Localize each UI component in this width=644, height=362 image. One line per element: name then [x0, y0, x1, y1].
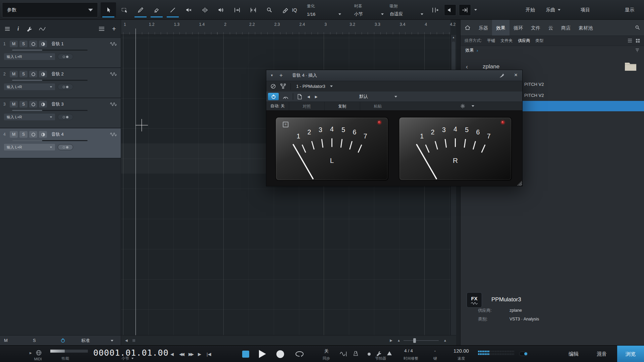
track-record-button[interactable] — [29, 131, 37, 138]
bend-tool[interactable] — [197, 2, 213, 17]
browser-tab-商店[interactable]: 商店 — [557, 20, 575, 36]
horizontal-scrollbar[interactable]: ◀ ▶ ▲ ▲ — [121, 335, 456, 345]
paint-tool[interactable] — [133, 2, 148, 17]
global-solo-button[interactable]: S — [33, 336, 36, 346]
track-mute-button[interactable]: M — [10, 101, 18, 108]
resize-handle[interactable] — [517, 181, 522, 186]
tempo-value[interactable]: 120.00 — [449, 348, 473, 354]
track-record-button[interactable] — [29, 41, 37, 47]
scroll-right-icon[interactable]: ▶ — [390, 336, 392, 346]
track-volume-slider[interactable] — [12, 110, 88, 111]
audition-icon[interactable] — [444, 4, 456, 16]
track-solo-button[interactable]: S — [19, 71, 28, 77]
track-solo-button[interactable]: S — [19, 101, 28, 108]
chevron-down-icon[interactable] — [472, 105, 474, 107]
metronome-record-icon[interactable] — [368, 353, 371, 356]
plugin-window[interactable]: ▼ + 音轨 4 · 插入 × 1 - PPMulator3 ◀ ▶ 默认 — [266, 70, 523, 186]
return-to-start-icon[interactable]: |◀ — [207, 352, 211, 357]
track-monitor-button[interactable] — [39, 131, 47, 138]
sort-option-供应商[interactable]: 供应商 — [518, 38, 530, 44]
track-list-menu-icon[interactable] — [5, 27, 10, 31]
page-edit-button[interactable]: 编辑 — [561, 346, 586, 362]
track-cue-toggle[interactable] — [58, 54, 73, 60]
routing-icon[interactable] — [280, 83, 286, 90]
track-row[interactable]: 4 M S 音轨 4 输入 L+R — [0, 128, 121, 159]
sort-option-类型[interactable]: 类型 — [535, 38, 543, 44]
track-layers-icon[interactable] — [99, 26, 105, 31]
pin-icon[interactable] — [499, 73, 505, 78]
track-mute-button[interactable]: M — [10, 131, 18, 138]
scroll-left-icon[interactable]: ◀ — [125, 336, 128, 346]
range-select-tool[interactable] — [117, 2, 132, 17]
close-icon[interactable]: × — [514, 72, 518, 78]
track-height-preset[interactable]: 标准 — [81, 336, 90, 346]
page-browse-button[interactable]: 浏览 — [617, 346, 644, 362]
time-unit-select[interactable]: 小节 — [93, 356, 162, 361]
bypass-icon[interactable] — [270, 83, 276, 89]
browser-tab-云[interactable]: 云 — [544, 20, 557, 36]
loop-button[interactable] — [294, 351, 305, 357]
track-solo-button[interactable]: S — [19, 131, 28, 138]
automation-icon[interactable] — [39, 26, 46, 31]
click-wave-icon[interactable] — [339, 351, 347, 357]
output-toggle[interactable] — [519, 352, 528, 356]
page-show-button[interactable]: 显示 — [618, 0, 641, 20]
eraser-tool[interactable] — [149, 2, 164, 17]
metronome-settings-icon[interactable] — [376, 351, 381, 356]
rewind-icon[interactable]: ◀◀ — [179, 352, 183, 357]
preset-file-icon[interactable] — [297, 94, 302, 100]
zoom-out-icon[interactable]: ▲ — [397, 336, 400, 346]
zoom-slider-handle[interactable] — [413, 338, 416, 343]
inspector-icon[interactable]: i — [17, 26, 19, 32]
timestretch-alt-tool[interactable] — [246, 2, 261, 17]
timeline-ruler[interactable]: 11.21.31.422.22.32.433.23.33.444.2 — [121, 20, 450, 35]
listen-tool[interactable] — [213, 2, 229, 17]
sort-option-平铺[interactable]: 平铺 — [487, 38, 495, 44]
follow-cursor-icon[interactable] — [429, 4, 441, 16]
window-menu-caret-icon[interactable]: ▼ — [270, 74, 273, 77]
browser-tab-循环[interactable]: 循环 — [509, 20, 527, 36]
track-input-select[interactable]: 输入 L+R — [4, 53, 55, 60]
chevron-down-icon[interactable] — [111, 340, 113, 342]
automation-mode[interactable]: 自动: 关 — [266, 103, 289, 109]
expand-icon[interactable]: + — [283, 122, 288, 127]
track-cue-toggle[interactable] — [58, 114, 73, 120]
track-volume-slider[interactable] — [12, 50, 88, 51]
arrow-tool[interactable] — [101, 2, 116, 17]
browser-breadcrumb[interactable]: 效果 › — [461, 46, 644, 55]
prev-preset-icon[interactable]: ◀ — [307, 95, 310, 99]
page-mix-button[interactable]: 混音 — [589, 346, 614, 362]
track-row[interactable]: 1 M S 音轨 1 输入 L+R — [0, 38, 121, 68]
track-cue-toggle[interactable] — [58, 144, 73, 150]
browser-tab-素材池[interactable]: 素材池 — [575, 20, 597, 36]
scroll-up-icon[interactable]: ▲ — [451, 35, 456, 40]
track-monitor-button[interactable] — [39, 41, 47, 47]
paste-button[interactable]: 粘贴 — [360, 102, 395, 111]
browser-tab-效果[interactable]: 效果 — [492, 20, 509, 36]
track-solo-button[interactable]: S — [19, 41, 28, 47]
timebase-select[interactable]: 小节 — [351, 10, 387, 18]
zoom-slider[interactable] — [404, 340, 439, 341]
track-mute-button[interactable]: M — [10, 71, 18, 77]
compare-button[interactable]: 对照 — [289, 102, 324, 111]
sort-option-文件夹[interactable]: 文件夹 — [500, 38, 513, 44]
track-monitor-button[interactable] — [39, 71, 47, 77]
quantize-select[interactable]: 1/16 — [304, 10, 344, 18]
line-tool[interactable] — [165, 2, 180, 17]
plugin-titlebar[interactable]: ▼ + 音轨 4 · 插入 × — [266, 70, 522, 81]
next-bar-icon[interactable]: ▶ — [198, 352, 201, 357]
globe-icon[interactable] — [36, 350, 42, 356]
chevron-down-icon[interactable] — [330, 85, 333, 87]
track-input-select[interactable]: 输入 L+R — [4, 83, 55, 90]
track-input-select[interactable]: 输入 L+R — [4, 144, 55, 150]
performance-meter[interactable] — [50, 350, 88, 353]
track-record-button[interactable] — [29, 101, 37, 108]
page-start-button[interactable]: 开始 — [519, 0, 541, 20]
autoscroll-icon[interactable] — [459, 4, 471, 16]
precount-icon[interactable] — [353, 351, 359, 356]
page-song-button[interactable]: 乐曲 — [539, 0, 568, 20]
snap-select[interactable]: 自适应 — [386, 10, 427, 18]
power-icon[interactable] — [60, 338, 65, 343]
track-row[interactable]: 3 M S 音轨 3 输入 L+R — [0, 98, 121, 128]
warning-triangle-icon[interactable] — [387, 351, 392, 355]
